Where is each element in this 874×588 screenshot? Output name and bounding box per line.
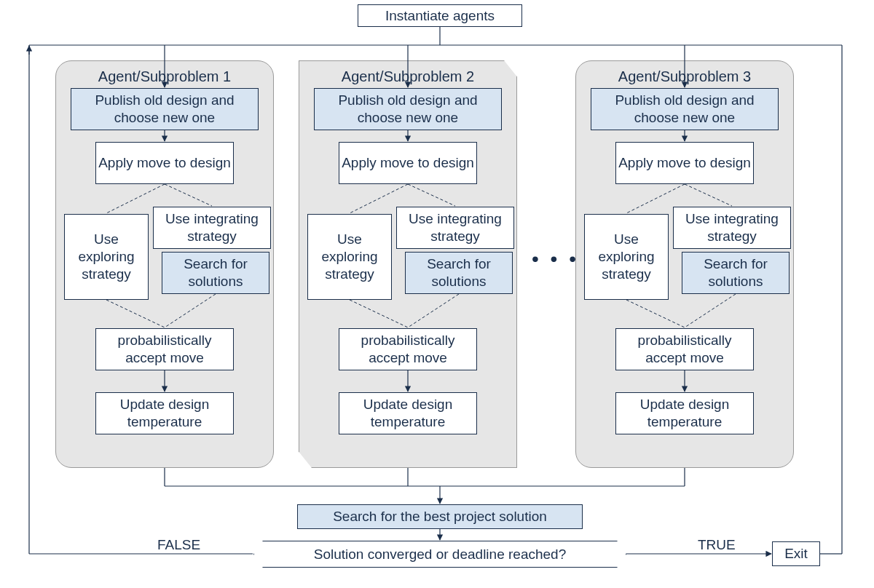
agent-title-1: Agent/Subproblem 1 [56, 68, 273, 85]
update-box-3: Update design temperature [615, 392, 754, 434]
search-box-3: Search for solutions [682, 252, 790, 294]
integrate-box-3: Use integrating strategy [673, 207, 791, 249]
instantiate-label: Instantiate agents [385, 7, 495, 25]
integrate-box-2: Use integrating strategy [396, 207, 514, 249]
publish-box-1: Publish old design and choose new one [71, 88, 259, 130]
apply-box-1: Apply move to design [95, 142, 234, 184]
explore-box-2: Use exploring strategy [307, 214, 392, 300]
search-box-1: Search for solutions [162, 252, 269, 294]
true-label: TRUE [698, 537, 736, 553]
false-label: FALSE [157, 537, 200, 553]
accept-box-2: probabilistically accept move [339, 328, 477, 370]
publish-box-2: Publish old design and choose new one [314, 88, 502, 130]
apply-box-3: Apply move to design [615, 142, 754, 184]
publish-box-3: Publish old design and choose new one [591, 88, 779, 130]
update-box-1: Update design temperature [95, 392, 234, 434]
ellipsis: • • • [532, 247, 579, 271]
agent-title-3: Agent/Subproblem 3 [576, 68, 793, 85]
exit-box: Exit [772, 541, 820, 566]
integrate-box-1: Use integrating strategy [153, 207, 271, 249]
instantiate-box: Instantiate agents [358, 4, 522, 27]
search-best-box: Search for the best project solution [297, 504, 583, 529]
explore-box-1: Use exploring strategy [64, 214, 149, 300]
decision-hex: Solution converged or deadline reached? [253, 541, 626, 568]
search-box-2: Search for solutions [405, 252, 513, 294]
accept-box-3: probabilistically accept move [615, 328, 754, 370]
apply-box-2: Apply move to design [339, 142, 477, 184]
explore-box-3: Use exploring strategy [584, 214, 669, 300]
update-box-2: Update design temperature [339, 392, 477, 434]
accept-box-1: probabilistically accept move [95, 328, 234, 370]
agent-title-2: Agent/Subproblem 2 [299, 68, 516, 85]
